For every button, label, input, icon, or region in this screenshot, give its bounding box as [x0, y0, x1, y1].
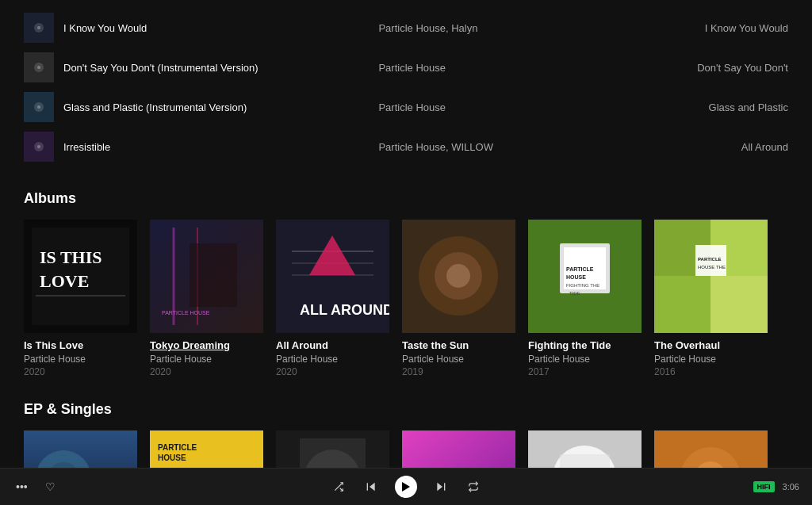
table-row[interactable]: Irresistible Particle House, WILLOW All … — [24, 127, 788, 166]
table-row[interactable]: Glass and Plastic (Instrumental Version)… — [24, 87, 788, 127]
track-album: Don't Say You Don't — [584, 62, 788, 74]
svg-text:HOUSE: HOUSE — [158, 453, 186, 462]
album-cover: IS THIS LOVE — [24, 220, 137, 333]
album-year: 2019 — [402, 366, 515, 377]
album-artist: Particle House — [24, 354, 137, 365]
table-row[interactable]: Don't Say You Don't (Instrumental Versio… — [24, 48, 788, 87]
ep-section: EP & Singles PARTICLEHOUSE2:403:07SCRATC… — [24, 401, 788, 468]
time-display: 3:06 — [783, 482, 799, 492]
svg-text:TIDE: TIDE — [569, 291, 580, 296]
album-title: All Around — [276, 339, 389, 351]
svg-point-32 — [446, 264, 470, 288]
more-button[interactable]: ••• — [13, 477, 31, 496]
player-right-info: HIFI 3:06 — [704, 481, 799, 492]
album-artist: Particle House — [528, 354, 642, 365]
svg-rect-68 — [560, 454, 610, 468]
track-artists: Particle House — [370, 101, 583, 113]
album-title: Is This Love — [24, 339, 137, 351]
album-card[interactable]: PARTICLE HOUSE FIGHTING THE TIDE Fightin… — [528, 220, 642, 377]
album-artist: Particle House — [150, 354, 263, 365]
album-year: 2016 — [654, 366, 768, 377]
svg-marker-75 — [370, 483, 375, 492]
album-card[interactable]: PARTICLE HOUSE Tokyo Dreaming Particle H… — [150, 220, 263, 377]
album-cover — [402, 220, 515, 333]
more-icon: ••• — [16, 480, 28, 493]
repeat-icon — [468, 481, 479, 492]
svg-marker-78 — [437, 483, 442, 492]
player-left-controls: ••• ♡ — [13, 477, 108, 496]
track-title: Don't Say You Don't (Instrumental Versio… — [63, 62, 370, 74]
track-thumb — [24, 13, 54, 43]
svg-point-5 — [37, 66, 40, 69]
album-artist: Particle House — [654, 354, 768, 365]
album-title: Taste the Sun — [402, 339, 515, 351]
hifi-badge: HIFI — [753, 481, 775, 492]
shuffle-icon — [333, 481, 344, 492]
svg-rect-44 — [654, 276, 710, 333]
album-card[interactable]: ALL AROUND All Around Particle House 202… — [276, 220, 389, 377]
svg-point-2 — [37, 26, 40, 29]
svg-rect-64 — [402, 430, 515, 468]
track-album: Glass and Plastic — [584, 101, 788, 113]
svg-text:HOUSE: HOUSE — [566, 274, 586, 280]
ep-cover — [276, 430, 389, 468]
player-center-controls — [108, 476, 704, 498]
svg-marker-77 — [402, 482, 410, 492]
track-artists: Particle House, Halyn — [370, 22, 583, 34]
svg-text:PARTICLE: PARTICLE — [158, 443, 197, 452]
prev-icon — [365, 480, 377, 493]
track-thumb — [24, 52, 54, 82]
svg-text:IS THIS: IS THIS — [40, 247, 102, 267]
album-artist: Particle House — [402, 354, 515, 365]
ep-card[interactable] — [654, 430, 768, 468]
album-title: Tokyo Dreaming — [150, 339, 263, 351]
album-cover: PARTICLE HOUSE THE — [654, 220, 768, 333]
album-year: 2020 — [24, 366, 137, 377]
svg-rect-42 — [710, 276, 768, 333]
ep-section-header: EP & Singles — [24, 401, 788, 418]
album-artist: Particle House — [276, 354, 389, 365]
album-cover: ALL AROUND — [276, 220, 389, 333]
track-title: Irresistible — [63, 141, 370, 153]
main-content[interactable]: I Know You Would Particle House, Halyn I… — [0, 0, 812, 468]
svg-text:PARTICLE: PARTICLE — [698, 257, 722, 262]
table-row[interactable]: I Know You Would Particle House, Halyn I… — [24, 8, 788, 48]
svg-text:PARTICLE HOUSE: PARTICLE HOUSE — [162, 310, 210, 316]
album-card[interactable]: Taste the Sun Particle House 2019 — [402, 220, 515, 377]
like-button[interactable]: ♡ — [42, 477, 59, 496]
ep-cover — [528, 430, 642, 468]
play-button[interactable] — [395, 476, 417, 498]
player-bar: ••• ♡ — [0, 468, 812, 505]
svg-rect-21 — [190, 243, 237, 307]
album-year: 2020 — [150, 366, 263, 377]
albums-grid: IS THIS LOVE Is This Love Particle House… — [24, 220, 788, 377]
next-icon — [435, 480, 447, 493]
album-title: The Overhaul — [654, 339, 768, 351]
heart-icon: ♡ — [45, 480, 56, 493]
ep-cover: PARTICLEHOUSE2:403:07SCRATCHMY BACK — [150, 430, 263, 468]
ep-card[interactable] — [276, 430, 389, 468]
prev-button[interactable] — [362, 477, 381, 496]
next-button[interactable] — [431, 477, 450, 496]
svg-text:PARTICLE: PARTICLE — [566, 266, 594, 272]
repeat-button[interactable] — [465, 478, 482, 495]
ep-card[interactable] — [528, 430, 642, 468]
album-card[interactable]: IS THIS LOVE Is This Love Particle House… — [24, 220, 137, 377]
ep-grid: PARTICLEHOUSE2:403:07SCRATCHMY BACK DON'… — [24, 430, 788, 468]
shuffle-button[interactable] — [330, 478, 347, 495]
ep-card[interactable] — [24, 430, 137, 468]
svg-text:HOUSE THE: HOUSE THE — [698, 265, 726, 270]
album-title: Fighting the Tide — [528, 339, 642, 351]
album-year: 2020 — [276, 366, 389, 377]
play-icon — [402, 482, 410, 492]
ep-cover: DON'T MIND — [402, 430, 515, 468]
ep-card[interactable]: DON'T MIND — [402, 430, 515, 468]
svg-text:LOVE: LOVE — [40, 271, 89, 291]
ep-cover — [654, 430, 768, 468]
track-thumb — [24, 92, 54, 122]
svg-text:ALL AROUND: ALL AROUND — [300, 302, 389, 318]
track-album: I Know You Would — [584, 22, 788, 34]
ep-cover — [24, 430, 137, 468]
album-card[interactable]: PARTICLE HOUSE THE The Overhaul Particle… — [654, 220, 768, 377]
ep-card[interactable]: PARTICLEHOUSE2:403:07SCRATCHMY BACK — [150, 430, 263, 468]
